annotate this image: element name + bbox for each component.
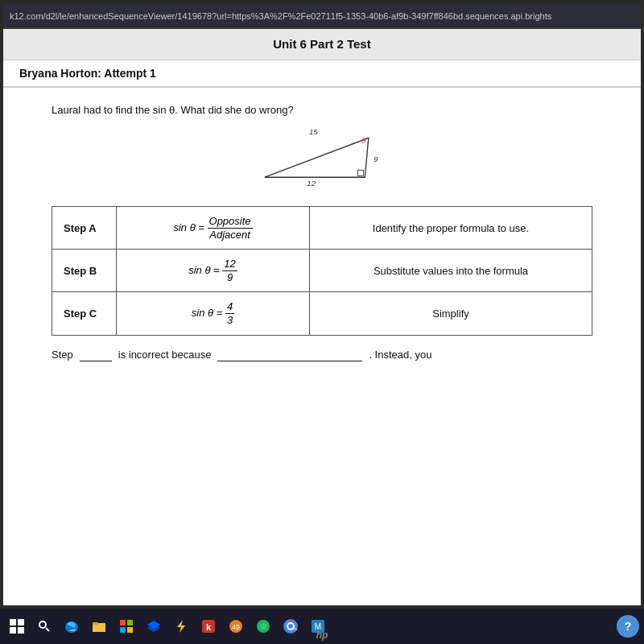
svg-rect-18 (120, 627, 126, 633)
red-app-icon[interactable]: k (196, 614, 221, 638)
svg-text:9: 9 (374, 155, 378, 163)
svg-marker-22 (177, 620, 185, 633)
svg-line-11 (46, 628, 49, 631)
step-c-label: Step C (52, 292, 117, 335)
step-b-formula: sin θ = 12 9 (117, 250, 310, 292)
green-circle-icon[interactable] (251, 614, 275, 638)
svg-rect-17 (127, 620, 133, 625)
answer-line: Step is incorrect because . Instead, you (52, 349, 592, 361)
svg-text:15: 15 (309, 127, 318, 136)
svg-rect-5 (357, 170, 363, 175)
step-c-description: Simplify (310, 292, 592, 335)
hp-logo: hp (316, 630, 328, 641)
help-button[interactable]: ? (617, 615, 639, 638)
step-b-description: Substitute values into the formula (310, 250, 592, 292)
svg-text:k: k (206, 622, 212, 632)
svg-rect-6 (10, 619, 16, 625)
steps-table: Step A sin θ = Opposite Adjacent Identif… (52, 206, 592, 336)
question-text: Laural had to find the sin θ. What did s… (52, 104, 592, 116)
svg-text:49: 49 (232, 623, 240, 631)
browser-url: k12.com/d2l/le/enhancedSequenceViewer/14… (10, 11, 551, 21)
instead-text: . Instead, you (369, 349, 431, 361)
svg-rect-15 (93, 622, 98, 625)
browser-bar: k12.com/d2l/le/enhancedSequenceViewer/14… (3, 3, 641, 29)
svg-rect-19 (127, 627, 133, 633)
page-title: Unit 6 Part 2 Test (273, 37, 370, 51)
svg-rect-7 (18, 619, 24, 625)
student-bar: Bryana Horton: Attempt 1 (3, 60, 641, 88)
step-a-formula: sin θ = Opposite Adjacent (117, 207, 310, 250)
step-blank[interactable] (80, 349, 112, 361)
notification-icon[interactable]: 49 (224, 614, 248, 638)
table-row: Step A sin θ = Opposite Adjacent Identif… (52, 207, 592, 250)
student-name: Bryana Horton: Attempt 1 (19, 67, 156, 80)
svg-marker-0 (265, 138, 369, 177)
step-c-formula: sin θ = 4 3 (117, 292, 310, 335)
table-row: Step B sin θ = 12 9 Substitute values in… (52, 250, 592, 292)
table-row: Step C sin θ = 4 3 Simplify (52, 292, 592, 335)
step-a-description: Identify the proper formula to use. (310, 207, 592, 250)
step-b-label: Step B (52, 250, 117, 292)
triangle-diagram: 15 12 9 θ (52, 127, 592, 192)
chrome-icon[interactable] (279, 614, 303, 638)
windows-button[interactable] (5, 614, 29, 638)
svg-rect-9 (18, 627, 24, 634)
store-icon[interactable] (114, 614, 138, 638)
svg-text:12: 12 (307, 179, 316, 188)
svg-rect-14 (93, 625, 105, 632)
search-taskbar-icon[interactable] (32, 614, 56, 638)
svg-point-31 (288, 624, 293, 629)
svg-rect-8 (10, 627, 16, 634)
svg-text:θ: θ (361, 136, 366, 145)
step-a-label: Step A (52, 207, 117, 250)
svg-point-10 (39, 621, 46, 628)
svg-rect-16 (120, 620, 126, 625)
lightning-icon[interactable] (169, 614, 193, 638)
edge-icon[interactable] (60, 614, 84, 638)
step-prefix: Step (52, 349, 73, 361)
file-explorer-icon[interactable] (87, 614, 111, 638)
dropbox-icon[interactable] (142, 614, 166, 638)
svg-point-28 (260, 623, 266, 630)
reason-blank[interactable] (217, 349, 362, 361)
taskbar: k 49 (0, 609, 644, 644)
content-area: Laural had to find the sin θ. What did s… (3, 88, 641, 605)
incorrect-text: is incorrect because (118, 349, 212, 361)
page-header: Unit 6 Part 2 Test (3, 29, 641, 60)
